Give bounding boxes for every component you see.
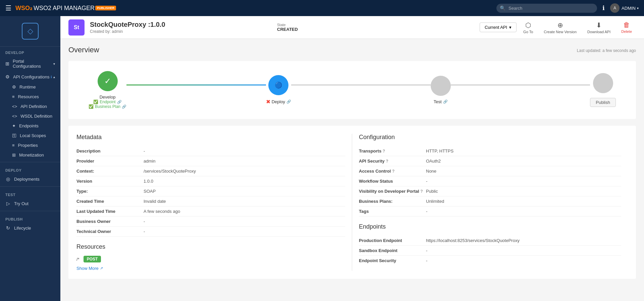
- section-publish: Publish: [0, 213, 60, 223]
- api-name: StockQuoteProxy :1.0.0: [90, 21, 272, 28]
- api-header: St StockQuoteProxy :1.0.0 Created by: ad…: [60, 16, 644, 39]
- sidebar-item-lifecycle[interactable]: ↻ Lifecycle: [0, 223, 60, 233]
- chevron-down-icon: ▾: [509, 25, 512, 30]
- gear-small-icon: ⚙: [12, 84, 16, 89]
- endpoint-link-icon[interactable]: 🔗: [117, 100, 122, 104]
- access-control-help-icon[interactable]: ?: [392, 169, 394, 174]
- metadata-row-context: Context: /services/StockQuoteProxy: [76, 166, 345, 176]
- metadata-row-description: Description -: [76, 146, 345, 156]
- current-api-button[interactable]: Current API ▾: [480, 22, 517, 32]
- deploy-link-icon[interactable]: 🔗: [286, 100, 291, 104]
- publish-button[interactable]: Publish: [590, 98, 616, 107]
- properties-icon: ≡: [12, 143, 15, 148]
- sidebar-item-deployments[interactable]: ◎ Deployments: [0, 174, 60, 184]
- key-icon: ⚿: [12, 133, 16, 138]
- external-link-icon: ↗: [100, 266, 103, 270]
- metadata-row-version: Version 1.0.0: [76, 176, 345, 186]
- api-manager-text: WSO2 API MANAGER: [34, 5, 95, 12]
- metadata-title: Metadata: [76, 134, 345, 141]
- method-badge-post: POST: [84, 256, 101, 262]
- overview-area: Overview Last updated: a few seconds ago…: [60, 39, 644, 286]
- delete-button[interactable]: 🗑 Delete: [617, 20, 636, 35]
- sidebar-item-api-definition[interactable]: <> API Definition: [0, 102, 60, 111]
- api-created-by: Created by: admin: [90, 29, 272, 34]
- endpoints-title: Endpoints: [359, 223, 621, 230]
- sidebar: ◇ Develop ⊞ Portal Configurations ▾ ⚙ AP…: [0, 16, 60, 301]
- lifecycle-icon: ↻: [5, 225, 11, 231]
- metadata-row-updated-time: Last Updated Time A few seconds ago: [76, 206, 345, 217]
- go-to-button[interactable]: ⬡ Go To: [519, 20, 537, 35]
- lifecycle-step-develop: ✓ Develop ✅ Endpoint 🔗 ✅ Business Plan 🔗: [89, 71, 126, 109]
- create-new-version-button[interactable]: ⊕ Create New Version: [540, 20, 581, 35]
- develop-check-icon: ✓: [104, 76, 111, 86]
- test-label-row: Test 🔗: [434, 99, 448, 104]
- config-row-access-control: Access Control ? None: [359, 166, 621, 176]
- user-area[interactable]: A ADMIN ▾: [610, 3, 639, 13]
- develop-circle: ✓: [98, 71, 118, 91]
- config-row-visibility: Visibility on Developer Portal ? Public: [359, 186, 621, 196]
- gear-icon: ⚙: [5, 74, 10, 79]
- transports-help-icon[interactable]: ?: [383, 149, 385, 154]
- business-plan-link-icon[interactable]: 🔗: [122, 105, 126, 109]
- test-link-icon[interactable]: 🔗: [443, 100, 448, 104]
- show-more-link[interactable]: Show More ↗: [76, 266, 345, 271]
- overview-title: Overview: [68, 46, 99, 54]
- resources-subsection: Resources /* POST Show More ↗: [76, 243, 345, 271]
- publisher-badge: PUBLISHER: [95, 6, 116, 10]
- info-badge-icon: ℹ: [51, 75, 52, 79]
- sidebar-item-runtime[interactable]: ⚙ Runtime: [0, 82, 60, 92]
- connector-2: [291, 84, 431, 85]
- sidebar-item-monetization[interactable]: ⊞ Monetization: [0, 150, 60, 160]
- config-title: Configuration: [359, 134, 621, 141]
- delete-icon: 🗑: [623, 21, 630, 29]
- sidebar-item-try-out[interactable]: ▷ Try Out: [0, 198, 60, 209]
- endpoint-row-production: Production Endpoint https://localhost:82…: [359, 236, 621, 246]
- api-title-area: StockQuoteProxy :1.0.0 Created by: admin: [90, 21, 272, 34]
- config-row-tags: Tags -: [359, 206, 621, 217]
- deploy-label-row: ✖ Deploy 🔗: [266, 99, 291, 105]
- config-row-transports: Transports ? HTTP, HTTPS: [359, 146, 621, 156]
- sidebar-item-api-configurations[interactable]: ⚙ API Configurations ℹ ▴: [0, 71, 60, 82]
- metadata-row-type: Type: SOAP: [76, 186, 345, 196]
- top-nav: ☰ WSO₂ WSO2 API MANAGER PUBLISHER 🔍 ℹ A …: [0, 0, 644, 16]
- publish-circle: [593, 73, 613, 93]
- section-develop: Develop: [0, 47, 60, 56]
- goto-icon: ⬡: [525, 21, 531, 29]
- metadata-row-created-time: Created Time Invalid date: [76, 196, 345, 206]
- monetization-icon: ⊞: [12, 153, 16, 158]
- hamburger-icon[interactable]: ☰: [5, 4, 11, 12]
- sidebar-item-local-scopes[interactable]: ⚿ Local Scopes: [0, 131, 60, 140]
- sidebar-item-properties[interactable]: ≡ Properties: [0, 140, 60, 150]
- api-security-help-icon[interactable]: ?: [386, 159, 388, 164]
- section-deploy: Deploy: [0, 164, 60, 174]
- resources-title: Resources: [76, 243, 345, 250]
- download-api-button[interactable]: ⬇ Download API: [583, 20, 614, 35]
- connector-1: [126, 84, 266, 85]
- deploy-x-icon: ✖: [266, 99, 270, 105]
- visibility-help-icon[interactable]: ?: [420, 189, 423, 194]
- deploy-icon: ◎: [5, 176, 11, 182]
- last-updated-text: Last updated: a few seconds ago: [577, 48, 636, 53]
- download-icon: ⬇: [596, 21, 602, 29]
- search-icon: 🔍: [500, 5, 505, 11]
- business-plan-check-icon: ✅: [89, 104, 94, 109]
- layout: ◇ Develop ⊞ Portal Configurations ▾ ⚙ AP…: [0, 16, 644, 301]
- deploy-circle: 🔵: [268, 75, 288, 95]
- code-icon: <>: [12, 104, 17, 109]
- search-input[interactable]: [496, 4, 597, 13]
- sidebar-item-portal-configurations[interactable]: ⊞ Portal Configurations ▾: [0, 56, 60, 71]
- sidebar-item-resources[interactable]: ≡ Resources: [0, 92, 60, 102]
- api-icon: St: [68, 19, 85, 36]
- sidebar-item-endpoints[interactable]: ✦ Endpoints: [0, 121, 60, 131]
- list-icon: ≡: [12, 94, 15, 99]
- deploy-icon-inner: 🔵: [275, 81, 282, 89]
- sidebar-item-wsdl-definition[interactable]: <> WSDL Definition: [0, 111, 60, 121]
- metadata-row-business-owner: Business Owner -: [76, 217, 345, 227]
- avatar: A: [610, 3, 620, 13]
- test-circle: [431, 76, 451, 96]
- info-icon[interactable]: ℹ: [602, 4, 605, 12]
- api-state-badge: State CREATED: [277, 23, 298, 32]
- sidebar-logo: ◇: [0, 16, 60, 47]
- lifecycle-step-deploy: 🔵 ✖ Deploy 🔗: [266, 75, 291, 105]
- version-icon: ⊕: [557, 21, 563, 29]
